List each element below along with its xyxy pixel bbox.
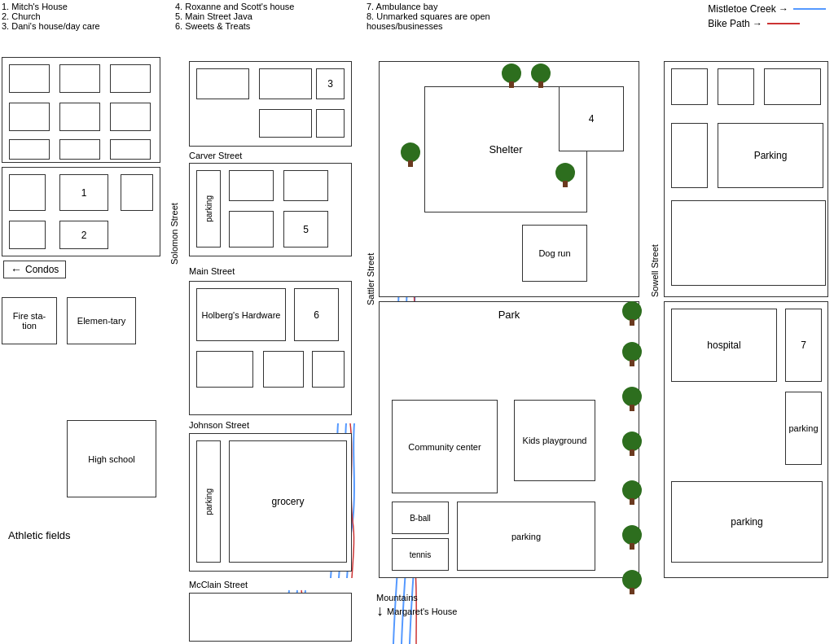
bike-line <box>767 23 800 24</box>
solomon-street-label: Solomon Street <box>169 61 179 265</box>
community-center: Community center <box>392 400 498 493</box>
hospital-label: hospital <box>707 340 740 351</box>
dog-run-box: Dog run <box>522 225 587 282</box>
parking2-label: Parking <box>754 150 788 161</box>
tree-3 <box>399 142 422 171</box>
athletic-fields-label: Athletic fields <box>8 529 71 541</box>
cb-room1 <box>196 68 249 99</box>
condos-label-container: ← Condos <box>3 261 66 278</box>
legend-item-1: 1. Mitch's House <box>2 2 100 11</box>
legend-item-2: 2. Church <box>2 11 100 21</box>
svg-rect-21 <box>630 588 634 594</box>
svg-point-10 <box>622 342 642 361</box>
legend-topmid: 4. Roxanne and Scott's house 5. Main Str… <box>175 2 294 31</box>
left-arrow-icon: ← <box>11 263 22 276</box>
condos-text: Condos <box>25 264 59 275</box>
hosp-parking: parking <box>785 392 822 465</box>
tennis-label: tennis <box>410 550 432 559</box>
block-main-top: Holberg's Hardware 6 <box>189 281 352 415</box>
hb-room4 <box>312 351 345 388</box>
holberg-6: 6 <box>294 288 339 341</box>
tree-1 <box>500 64 523 92</box>
kids-playground-label: Kids playground <box>523 436 587 445</box>
right-parking: Parking <box>718 123 823 188</box>
cb2-room3 <box>229 211 274 248</box>
cb2-room2 <box>283 170 328 201</box>
svg-point-0 <box>502 64 521 83</box>
num4-label: 4 <box>589 113 595 125</box>
legend-item-3: 3. Dani's house/day care <box>2 21 100 31</box>
dog-run-label: Dog run <box>538 248 570 258</box>
park-parking: parking <box>457 502 595 571</box>
svg-rect-11 <box>630 360 634 366</box>
tree-10 <box>621 525 643 554</box>
svg-rect-19 <box>630 543 634 550</box>
house-4 <box>9 221 46 249</box>
tree-6 <box>621 342 643 370</box>
tree-11 <box>621 570 643 598</box>
tree-7 <box>621 387 643 415</box>
fire-station: Fire sta-tion <box>2 297 57 344</box>
room2 <box>59 64 100 93</box>
rt-room4 <box>671 123 708 188</box>
carver-street-label: Carver Street <box>189 151 242 160</box>
hospital-room: hospital <box>671 309 777 382</box>
parking-vertical-label: parking <box>196 170 221 248</box>
shelter-block: Shelter 4 Dog run <box>379 61 639 297</box>
johnson-street-label: Johnson Street <box>189 420 249 430</box>
grocery-room: grocery <box>229 440 347 563</box>
house-3 <box>121 174 153 211</box>
condos-arrow: ← Condos <box>3 261 66 278</box>
svg-point-6 <box>555 163 575 182</box>
room7 <box>9 139 50 160</box>
svg-rect-15 <box>630 449 634 456</box>
parking-vertical-2: parking <box>196 440 221 563</box>
svg-rect-5 <box>408 160 413 167</box>
mountains-label: Mountains ↓ Margaret's House <box>376 593 457 620</box>
rt-room1 <box>671 68 708 105</box>
num3-label: 3 <box>327 78 333 90</box>
legend-item-6: 6. Sweets & Treats <box>175 21 294 31</box>
high-school: High school <box>67 420 156 497</box>
svg-point-12 <box>622 387 642 406</box>
svg-rect-9 <box>630 319 634 326</box>
cb2-room1 <box>229 170 274 201</box>
block-carver-top: 3 <box>189 61 352 147</box>
block-johnson: parking grocery <box>189 433 352 572</box>
legend-item-5: 5. Main Street Java <box>175 11 294 21</box>
num6-label: 6 <box>314 309 319 321</box>
tree-9 <box>621 480 643 509</box>
grocery-label: grocery <box>271 496 304 507</box>
num5-label: 5 <box>303 224 309 235</box>
hb-room2 <box>196 351 253 388</box>
parking-right-label: parking <box>788 423 818 433</box>
shelter-label: Shelter <box>489 143 522 156</box>
creek-legend: Mistletoe Creek → <box>708 3 826 15</box>
rt-room2 <box>718 68 754 105</box>
svg-rect-3 <box>538 81 543 88</box>
svg-point-16 <box>622 480 642 500</box>
bball-court: B-ball <box>392 502 449 534</box>
high-school-label: High school <box>88 454 134 464</box>
park-parking-label: parking <box>511 532 541 541</box>
legend-item-8: 8. Unmarked squares are openhouses/busin… <box>367 11 490 31</box>
hospital-block: hospital 7 parking parking <box>664 301 828 578</box>
room3 <box>110 64 151 93</box>
parking1-text: parking <box>204 195 213 222</box>
bball-label: B-ball <box>410 514 431 523</box>
block-bottom-mid <box>189 593 352 642</box>
condos-block: 1 2 <box>2 167 160 256</box>
rt-room3 <box>764 68 821 105</box>
tree-8 <box>621 432 643 460</box>
creek-line <box>793 8 826 10</box>
legend-lines: Mistletoe Creek → Bike Path → <box>708 3 826 29</box>
svg-point-20 <box>622 570 642 589</box>
elementary-label: Elemen-tary <box>77 316 125 326</box>
community-center-label: Community center <box>408 442 481 452</box>
house-1-label: 1 <box>81 187 87 199</box>
down-arrow-icon: ↓ <box>376 602 384 620</box>
room6 <box>110 103 151 131</box>
room5 <box>59 103 100 131</box>
svg-point-2 <box>531 64 551 83</box>
svg-point-4 <box>401 142 420 162</box>
